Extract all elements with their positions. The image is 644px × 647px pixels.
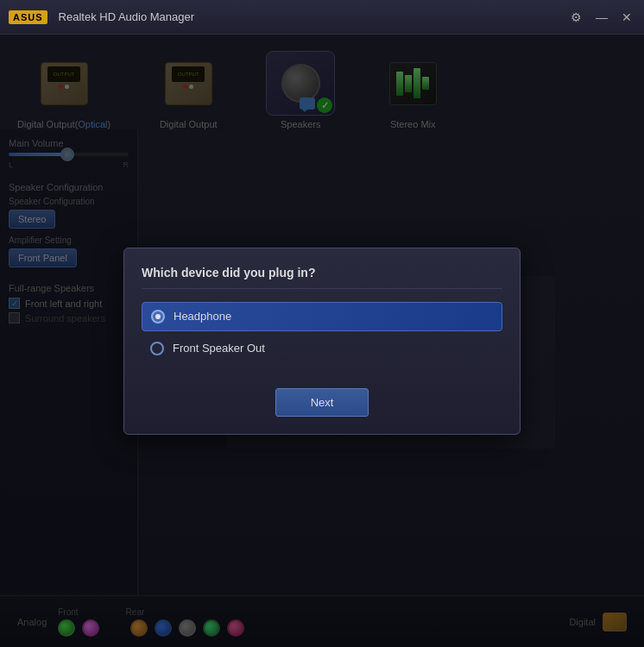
radio-front-speaker-circle xyxy=(150,342,164,355)
minimize-button[interactable]: — xyxy=(592,9,611,26)
radio-front-speaker-label: Front Speaker Out xyxy=(173,342,265,355)
settings-icon[interactable]: ⚙ xyxy=(567,9,585,26)
title-bar: ASUS Realtek HD Audio Manager ⚙ — ✕ xyxy=(0,0,644,35)
dialog-footer: Next xyxy=(142,388,502,417)
app-title: Realtek HD Audio Manager xyxy=(59,10,195,23)
main-content: OUTPUT Digital Output(Optical) OUTPUT xyxy=(0,35,644,647)
close-button[interactable]: ✕ xyxy=(618,9,635,26)
dialog-overlay: Which device did you plug in? Headphone … xyxy=(0,35,644,647)
asus-brand: ASUS xyxy=(9,10,47,24)
device-dialog: Which device did you plug in? Headphone … xyxy=(123,248,521,435)
radio-front-speaker[interactable]: Front Speaker Out xyxy=(142,335,502,362)
app-logo: ASUS Realtek HD Audio Manager xyxy=(9,10,194,24)
radio-headphone-circle xyxy=(151,310,165,324)
radio-headphone[interactable]: Headphone xyxy=(142,302,502,331)
window-controls: ⚙ — ✕ xyxy=(567,9,635,26)
radio-headphone-label: Headphone xyxy=(174,310,231,323)
radio-headphone-dot xyxy=(155,314,161,319)
dialog-title: Which device did you plug in? xyxy=(142,266,502,289)
next-button[interactable]: Next xyxy=(275,388,369,417)
